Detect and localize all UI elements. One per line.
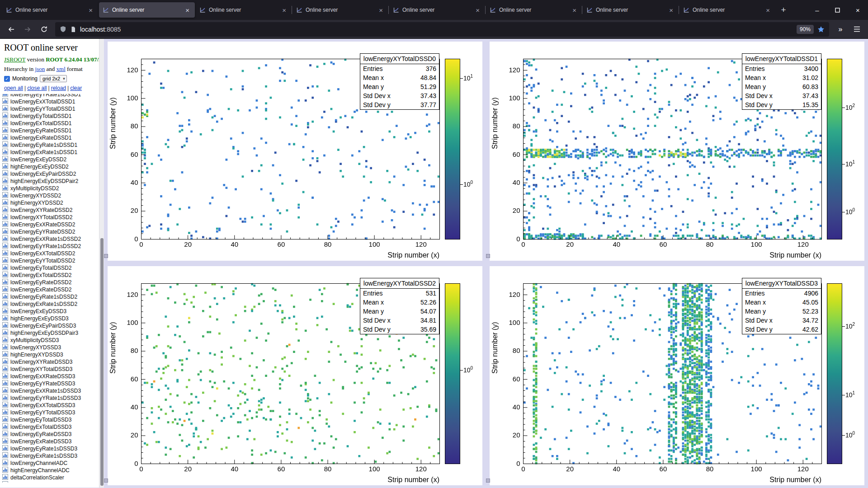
tree-item[interactable]: xyMultiplicityDSSD3 bbox=[0, 337, 104, 344]
tree-item[interactable]: highEnergyExEyDSSD2 bbox=[0, 163, 104, 170]
close-window-button[interactable]: × bbox=[848, 0, 868, 20]
sidebar-action-open-all[interactable]: open all bbox=[4, 85, 23, 91]
tree-item[interactable]: lowEnergyEyTotalDSSD2 bbox=[0, 264, 104, 272]
stats-box[interactable]: lowEnergyXYTotalDSSD2Entries531Mean x52.… bbox=[360, 278, 439, 334]
pad-resize-handle[interactable] bbox=[104, 254, 108, 258]
tree-item[interactable]: lowEnergyExEyPairDSSD3 bbox=[0, 322, 104, 329]
tree-item[interactable]: lowEnergyXYRateDSSD2 bbox=[0, 206, 104, 214]
tree-item[interactable]: lowEnergyEyYRate1sDSSD2 bbox=[0, 243, 104, 250]
stats-box[interactable]: lowEnergyXYTotalDSSD3Entries4906Mean x45… bbox=[742, 278, 821, 334]
bookmark-star-icon[interactable] bbox=[817, 26, 825, 33]
tree-item[interactable]: lowEnergyExXTotalDSSD3 bbox=[0, 402, 104, 409]
tab-close-icon[interactable]: × bbox=[667, 6, 675, 14]
json-link[interactable]: json bbox=[35, 66, 45, 72]
pad-resize-handle[interactable] bbox=[104, 479, 108, 483]
browser-tab[interactable]: Online server× bbox=[292, 2, 388, 18]
tree-item[interactable]: lowEnergyEyYRateDSSD2 bbox=[0, 228, 104, 235]
tree-item[interactable]: deltaCorrelationScaler bbox=[0, 474, 104, 481]
tree-item[interactable]: lowEnergyExXRateDSSD2 bbox=[0, 221, 104, 228]
tree-item[interactable]: lowEnergyEyRateDSSD1 bbox=[0, 127, 104, 134]
tree-item[interactable]: lowEnergyXYTotalDSSD2 bbox=[0, 214, 104, 221]
tree-item[interactable]: lowEnergyEyRateDSSD2 bbox=[0, 279, 104, 286]
tree-item[interactable]: lowEnergyExTotalDSSD2 bbox=[0, 272, 104, 279]
tab-close-icon[interactable]: × bbox=[377, 6, 385, 14]
tree-item[interactable]: highEnergyExEyDSSDPair3 bbox=[0, 329, 104, 337]
browser-tab[interactable]: Online server× bbox=[389, 2, 485, 18]
tree-item[interactable]: highEnergyXYDSSD3 bbox=[0, 351, 104, 358]
tree-item[interactable]: lowEnergyXYDSSD2 bbox=[0, 192, 104, 199]
tree-item[interactable]: lowEnergyXYDSSD3 bbox=[0, 344, 104, 351]
tree-item[interactable]: lowEnergyEyYRateDSSD3 bbox=[0, 380, 104, 387]
tab-close-icon[interactable]: × bbox=[280, 6, 288, 14]
browser-tab[interactable]: Online server× bbox=[486, 2, 582, 18]
tab-close-icon[interactable]: × bbox=[87, 6, 94, 14]
sidebar-action-clear[interactable]: clear bbox=[70, 85, 82, 91]
tree-item[interactable]: highEnergyXYDSSD2 bbox=[0, 199, 104, 206]
tree-item[interactable]: lowEnergyExXTotalDSSD2 bbox=[0, 250, 104, 257]
zoom-indicator[interactable]: 90% bbox=[797, 25, 814, 34]
tree-item[interactable]: lowEnergyExRate1sDSSD1 bbox=[0, 149, 104, 156]
grid-layout-select[interactable]: grid 2x2▾ bbox=[40, 75, 67, 82]
browser-tab[interactable]: Online server× bbox=[196, 2, 292, 18]
tree-item[interactable]: lowEnergyExXRate1sDSSD2 bbox=[0, 235, 104, 243]
tree-item[interactable]: lowEnergyEyTotalDSSD1 bbox=[0, 113, 104, 120]
new-tab-button[interactable]: + bbox=[776, 2, 791, 18]
tree-item[interactable]: lowEnergyExXTotalDSSD1 bbox=[0, 98, 104, 105]
tab-close-icon[interactable]: × bbox=[474, 6, 481, 14]
xml-link[interactable]: xml bbox=[57, 66, 66, 72]
tree-item[interactable]: lowEnergyExRate1sDSSD2 bbox=[0, 300, 104, 308]
tree-item[interactable]: lowEnergyEyRate1sDSSD3 bbox=[0, 445, 104, 452]
tree-item[interactable]: lowEnergyXYTotalDSSD3 bbox=[0, 366, 104, 373]
tree-item[interactable]: lowEnergyExEyDSSD3 bbox=[0, 308, 104, 315]
browser-tab[interactable]: Online server× bbox=[679, 2, 775, 18]
forward-button[interactable] bbox=[20, 22, 35, 37]
tab-close-icon[interactable]: × bbox=[571, 6, 578, 14]
tab-close-icon[interactable]: × bbox=[764, 6, 772, 14]
browser-tab[interactable]: Online server× bbox=[583, 2, 679, 18]
tree-item[interactable]: lowEnergyEyYTotalDSSD1 bbox=[0, 105, 104, 113]
sidebar-action-reload[interactable]: reload bbox=[51, 85, 66, 91]
tree-item[interactable]: lowEnergyExEyPairDSSD2 bbox=[0, 170, 104, 178]
tree-item[interactable]: lowEnergyHitPattern bbox=[0, 481, 104, 483]
tree-item[interactable]: lowEnergyExXRateDSSD3 bbox=[0, 373, 104, 380]
tree-item[interactable]: highEnergyChannelADC bbox=[0, 467, 104, 474]
tree-item[interactable]: lowEnergyXYRateDSSD3 bbox=[0, 358, 104, 366]
tree-item[interactable]: lowEnergyExTotalDSSD3 bbox=[0, 423, 104, 431]
tree-item[interactable]: lowEnergyExRateDSSD3 bbox=[0, 438, 104, 445]
pad-resize-handle[interactable] bbox=[486, 479, 490, 483]
menu-button[interactable] bbox=[849, 22, 864, 37]
maximize-button[interactable] bbox=[827, 0, 848, 20]
sidebar-scrollbar[interactable] bbox=[99, 39, 104, 488]
shield-icon[interactable] bbox=[60, 26, 66, 33]
pad-resize-handle[interactable] bbox=[486, 254, 490, 258]
tree-item[interactable]: highEnergyExEyDSSD3 bbox=[0, 315, 104, 322]
tree-item[interactable]: highEnergyExEyDSSDPair2 bbox=[0, 178, 104, 185]
tree-item[interactable]: xyMultiplicityDSSD2 bbox=[0, 185, 104, 192]
overflow-chevron-button[interactable]: » bbox=[833, 22, 848, 37]
tree-item[interactable]: lowEnergyEyYTotalDSSD2 bbox=[0, 257, 104, 264]
page-info-icon[interactable] bbox=[70, 26, 76, 33]
sidebar-action-close-all[interactable]: close all bbox=[27, 85, 47, 91]
tree-item[interactable]: lowEnergyChannelADC bbox=[0, 460, 104, 467]
reload-button[interactable] bbox=[36, 22, 52, 37]
jsroot-link[interactable]: JSROOT bbox=[4, 56, 25, 63]
tree-item[interactable]: lowEnergyExRate1sDSSD3 bbox=[0, 452, 104, 460]
tree-item[interactable]: lowEnergyEyYTotalDSSD3 bbox=[0, 409, 104, 416]
tree-item[interactable]: lowEnergyEyRate1sDSSD2 bbox=[0, 293, 104, 300]
tree-item[interactable]: lowEnergyEyRateDSSD3 bbox=[0, 431, 104, 438]
minimize-button[interactable]: – bbox=[807, 0, 827, 20]
tree-item[interactable]: lowEnergyExTotalDSSD1 bbox=[0, 120, 104, 127]
monitoring-checkbox[interactable]: ✓ bbox=[4, 76, 10, 82]
tree-item[interactable]: lowEnergyEyRate1sDSSD1 bbox=[0, 141, 104, 149]
url-bar[interactable]: localhost:8085 90% bbox=[55, 22, 829, 37]
tree-item[interactable]: lowEnergyExXRate1sDSSD3 bbox=[0, 387, 104, 394]
stats-box[interactable]: lowEnergyXYTotalDSSD0Entries376Mean x48.… bbox=[360, 53, 439, 110]
tab-close-icon[interactable]: × bbox=[184, 6, 191, 14]
tree-item[interactable]: lowEnergyEyYRate1sDSSD1 bbox=[0, 94, 104, 98]
browser-tab[interactable]: Online server× bbox=[2, 2, 98, 18]
scrollbar-thumb[interactable] bbox=[100, 238, 104, 486]
tree-item[interactable]: lowEnergyEyYRate1sDSSD3 bbox=[0, 394, 104, 402]
tree-item[interactable]: lowEnergyExRateDSSD1 bbox=[0, 134, 104, 141]
stats-box[interactable]: lowEnergyXYTotalDSSD1Entries3400Mean x31… bbox=[742, 53, 821, 110]
tree-item[interactable]: lowEnergyExRateDSSD2 bbox=[0, 286, 104, 293]
